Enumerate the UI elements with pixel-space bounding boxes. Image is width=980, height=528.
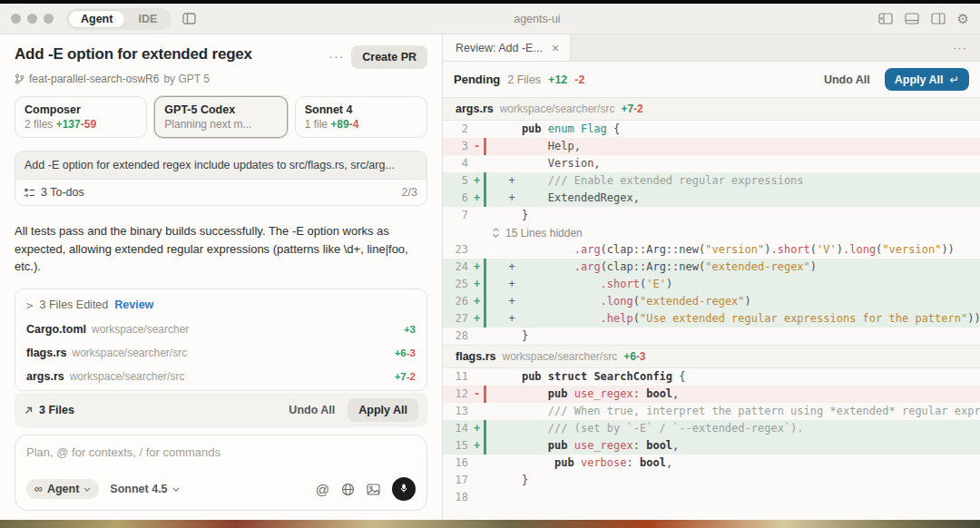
code-text: }	[486, 207, 528, 224]
chevron-right-icon[interactable]: >	[26, 298, 34, 312]
review-tab[interactable]: Review: Add -E... ×	[443, 34, 571, 61]
sidebar-toggle-icon[interactable]	[182, 13, 196, 24]
composer-box[interactable]: Plan, @ for contexts, / for commands ∞ A…	[15, 435, 427, 511]
view-mode-switch: Agent IDE	[66, 8, 172, 30]
branch-name[interactable]: feat-parallel-search-oswR6	[29, 73, 159, 85]
code-text: Help,	[486, 138, 581, 155]
diff-file-header-args-rs[interactable]: args.rsworkspace/searcher/src+7-2	[443, 98, 980, 121]
hidden-lines-expander[interactable]: 15 Lines hidden	[443, 224, 980, 241]
apply-bar-files-label[interactable]: 3 Files	[39, 404, 74, 416]
apply-bar: 3 Files Undo All Apply All	[15, 393, 427, 427]
diff-line: 16 pub verbose: bool,	[443, 455, 980, 472]
edited-file-row-cargo-toml[interactable]: Cargo.tomlworkspace/searcher+3	[26, 318, 416, 341]
diff-line: 28 }	[443, 328, 980, 345]
mic-button[interactable]	[392, 477, 416, 501]
composer-input[interactable]: Plan, @ for contexts, / for commands	[26, 445, 416, 459]
code-text: + .help("Use extended regular expression…	[486, 310, 980, 328]
window-title: agents-ui	[196, 13, 877, 25]
expand-updown-icon	[492, 228, 500, 238]
code-text: + /// Enable extended regular expression…	[486, 172, 804, 190]
code-text: }	[486, 328, 528, 345]
diff-line: 14+ /// (set by `-E` / `--extended-regex…	[443, 420, 980, 437]
review-link[interactable]: Review	[114, 298, 153, 311]
diff-line: 6+ + ExtendedRegex,	[443, 190, 980, 207]
edited-file-row-args-rs[interactable]: args.rsworkspace/searcher/src+7-2	[26, 365, 416, 388]
panel-left-icon[interactable]	[878, 13, 893, 24]
thread-menu-button[interactable]: ···	[321, 45, 351, 67]
tab-ide[interactable]: IDE	[125, 10, 170, 28]
diff-line: 4 Version,	[443, 155, 980, 172]
review-tabbar: Review: Add -E... × ···	[443, 34, 980, 62]
code-text: pub struct SearchConfig {	[486, 368, 686, 386]
create-pr-button[interactable]: Create PR	[351, 45, 427, 69]
thread-title: Add -E option for extended regex	[15, 45, 321, 64]
pending-files-count: 2 Files	[507, 73, 541, 86]
pending-deletions: -2	[574, 73, 584, 86]
expand-icon[interactable]	[24, 406, 34, 416]
code-text	[486, 489, 495, 506]
edited-file-row-flags-rs[interactable]: flags.rsworkspace/searcher/src+6-3	[26, 341, 416, 365]
diff-viewer: args.rsworkspace/searcher/src+7-22 pub e…	[443, 98, 980, 520]
code-text: + .arg(clap::Arg::new("extended-regex")	[486, 259, 817, 276]
undo-all-button[interactable]: Undo All	[281, 400, 342, 420]
panel-right-icon[interactable]	[931, 13, 946, 24]
pending-label: Pending	[454, 73, 500, 86]
files-edited-box: > 3 Files Edited Review Cargo.tomlworksp…	[15, 288, 427, 391]
apply-all-button[interactable]: Apply All	[348, 398, 418, 422]
diff-line: 26+ + .long("extended-regex")	[443, 293, 980, 310]
task-title[interactable]: Add -E option for extended regex include…	[15, 152, 426, 180]
todos-label[interactable]: 3 To-dos	[41, 186, 84, 199]
diff-line: 2 pub enum Flag {	[443, 121, 980, 138]
agent-mode-dropdown[interactable]: ∞ Agent	[26, 479, 99, 499]
window-controls[interactable]	[11, 14, 54, 24]
agent-panel: Add -E option for extended regex ··· Cre…	[0, 34, 443, 520]
branch-icon	[15, 73, 24, 84]
code-text: /// When true, interpret the pattern usi…	[486, 403, 980, 420]
diff-line: 3- Help,	[443, 138, 980, 155]
code-text: + .long("extended-regex")	[486, 293, 751, 310]
diff-line: 18	[443, 489, 980, 506]
model-dropdown[interactable]: Sonnet 4.5	[110, 483, 179, 495]
pending-bar: Pending 2 Files +12 -2 Undo All Apply Al…	[443, 62, 980, 98]
web-globe-icon[interactable]	[341, 483, 355, 496]
code-text: pub enum Flag {	[486, 121, 620, 138]
review-panel: Review: Add -E... × ··· Pending 2 Files …	[443, 34, 980, 520]
diff-line: 11 pub struct SearchConfig {	[443, 368, 980, 386]
diff-line: 13 /// When true, interpret the pattern …	[443, 403, 980, 420]
card-title: Sonnet 4	[305, 103, 417, 116]
code-text: pub use_regex: bool,	[486, 437, 679, 455]
code-text: + .short('E')	[486, 276, 672, 293]
agent-cards: Composer2 files +137-59GPT-5 CodexPlanni…	[15, 96, 427, 138]
task-box[interactable]: Add -E option for extended regex include…	[15, 151, 427, 206]
card-subtitle: Planning next m...	[164, 118, 277, 131]
diff-line: 7 }	[443, 207, 980, 224]
image-attach-icon[interactable]	[367, 484, 380, 495]
agent-summary-text: All tests pass and the binary builds suc…	[15, 222, 427, 276]
close-icon[interactable]: ×	[552, 41, 559, 55]
agent-card-sonnet-4[interactable]: Sonnet 41 file +89-4	[295, 96, 427, 138]
review-apply-all-button[interactable]: Apply All ↵	[885, 68, 969, 91]
return-key-icon: ↵	[950, 73, 959, 86]
code-text: .arg(clap::Arg::new("version").short('V'…	[486, 241, 955, 259]
desktop-wallpaper-strip	[0, 520, 980, 528]
todo-list-icon	[24, 188, 35, 198]
agent-mode-label: Agent	[47, 483, 79, 495]
mention-icon[interactable]: @	[316, 482, 329, 497]
diff-line: 15+ pub use_regex: bool,	[443, 437, 980, 455]
diff-file-header-flags-rs[interactable]: flags.rsworkspace/searcher/src+6-3	[443, 345, 980, 368]
diff-line: 27+ + .help("Use extended regular expres…	[443, 310, 980, 328]
tab-agent[interactable]: Agent	[68, 10, 125, 28]
card-subtitle: 1 file +89-4	[305, 118, 417, 131]
files-edited-label: 3 Files Edited	[40, 298, 109, 311]
code-text: }	[486, 472, 528, 489]
agent-card-gpt-5-codex[interactable]: GPT-5 CodexPlanning next m...	[154, 96, 287, 138]
chevron-down-icon	[83, 487, 91, 492]
branch-author: by GPT 5	[163, 73, 209, 85]
diff-line: 17 }	[443, 472, 980, 489]
code-text: + ExtendedRegex,	[486, 190, 640, 207]
settings-gear-icon[interactable]: ⚙	[957, 12, 969, 25]
review-undo-all-button[interactable]: Undo All	[817, 70, 877, 90]
tabbar-menu-button[interactable]: ···	[953, 41, 980, 54]
agent-card-composer[interactable]: Composer2 files +137-59	[15, 96, 147, 138]
panel-bottom-icon[interactable]	[905, 13, 919, 24]
